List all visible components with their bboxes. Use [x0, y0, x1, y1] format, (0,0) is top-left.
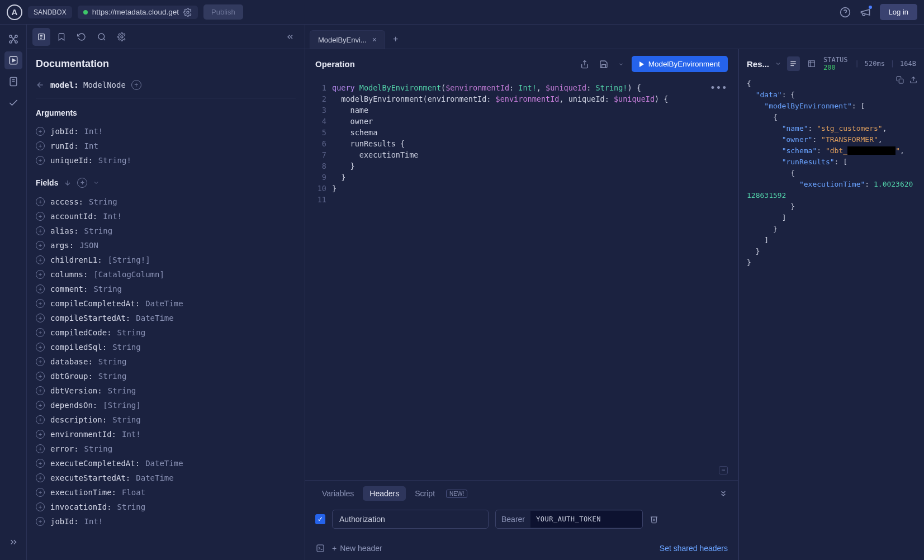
field-item[interactable]: +dbtVersion: String: [36, 383, 296, 398]
docs-icon[interactable]: [4, 73, 22, 91]
add-field-icon[interactable]: +: [36, 401, 45, 410]
add-field-icon[interactable]: +: [36, 386, 45, 395]
add-field-icon[interactable]: +: [36, 430, 45, 439]
dropdown-caret-icon[interactable]: [616, 59, 626, 69]
field-item[interactable]: +access: String: [36, 194, 296, 209]
shared-headers-link[interactable]: Set shared headers: [660, 544, 728, 553]
field-item[interactable]: +environmentId: Int!: [36, 427, 296, 442]
add-field-icon[interactable]: +: [36, 197, 45, 206]
bookmark-tool-icon[interactable]: [53, 28, 70, 46]
response-body[interactable]: { "data": { "modelByEnvironment": [ { "n…: [739, 78, 924, 560]
copy-response-icon[interactable]: [896, 76, 904, 84]
header-enabled-checkbox[interactable]: ✓: [315, 514, 325, 524]
help-icon[interactable]: [840, 7, 851, 18]
run-operation-button[interactable]: ModelByEnvironment: [632, 56, 728, 72]
history-tool-icon[interactable]: [73, 28, 91, 46]
add-field-icon[interactable]: +: [36, 241, 45, 250]
add-field-icon[interactable]: +: [36, 372, 45, 381]
add-field-icon[interactable]: +: [36, 517, 45, 526]
add-field-icon[interactable]: +: [36, 255, 45, 264]
chevron-down-icon[interactable]: [93, 179, 99, 186]
headers-tab[interactable]: Headers: [363, 486, 406, 501]
query-editor[interactable]: 1234567891011 query ModelByEnvironment($…: [305, 79, 738, 480]
announcement-icon[interactable]: [860, 7, 871, 18]
add-field-icon[interactable]: +: [36, 226, 45, 235]
response-expand-icon[interactable]: [775, 60, 781, 67]
expand-rail-icon[interactable]: [4, 533, 22, 551]
field-item[interactable]: +database: String: [36, 354, 296, 369]
field-item[interactable]: +comment: String: [36, 282, 296, 296]
field-item[interactable]: +executeStartedAt: DateTime: [36, 471, 296, 485]
add-field-icon[interactable]: +: [36, 502, 45, 511]
reference-tool-icon[interactable]: [32, 28, 50, 46]
operation-tab[interactable]: ModelByEnvi... ×: [310, 30, 385, 49]
argument-item[interactable]: +jobId: Int!: [36, 124, 296, 139]
download-response-icon[interactable]: [909, 76, 917, 84]
variables-tab[interactable]: Variables: [315, 486, 361, 501]
url-pill[interactable]: https://metadata.cloud.get: [78, 6, 198, 19]
keyboard-icon[interactable]: ⌨: [719, 466, 728, 474]
response-table-view-icon[interactable]: [805, 56, 818, 71]
add-field-icon[interactable]: +: [36, 488, 45, 497]
argument-item[interactable]: +uniqueId: String!: [36, 153, 296, 168]
field-item[interactable]: +compileStartedAt: DateTime: [36, 311, 296, 325]
add-field-icon[interactable]: +: [36, 314, 45, 322]
explorer-icon[interactable]: [4, 51, 22, 69]
search-tool-icon[interactable]: [93, 28, 111, 46]
env-var-icon[interactable]: [315, 543, 325, 553]
add-field-icon[interactable]: +: [36, 415, 45, 424]
add-type-icon[interactable]: +: [131, 80, 141, 90]
field-item[interactable]: +dbtGroup: String: [36, 369, 296, 383]
login-button[interactable]: Log in: [880, 4, 917, 20]
add-field-icon[interactable]: +: [36, 270, 45, 279]
field-item[interactable]: +executionTime: Float: [36, 485, 296, 500]
field-item[interactable]: +args: JSON: [36, 238, 296, 253]
share-icon[interactable]: [578, 58, 591, 71]
add-field-icon[interactable]: +: [36, 343, 45, 352]
header-key-input[interactable]: [332, 510, 489, 529]
field-item[interactable]: +compiledCode: String: [36, 325, 296, 340]
publish-button[interactable]: Publish: [203, 4, 243, 20]
save-collection-icon[interactable]: [597, 58, 610, 71]
schema-icon[interactable]: [4, 30, 22, 48]
add-field-icon[interactable]: +: [36, 299, 45, 308]
field-item[interactable]: +jobId: Int!: [36, 514, 296, 529]
field-item[interactable]: +compiledSql: String: [36, 340, 296, 354]
checks-icon[interactable]: [4, 94, 22, 112]
field-item[interactable]: +compileCompletedAt: DateTime: [36, 296, 296, 311]
new-tab-button[interactable]: +: [387, 30, 404, 49]
field-item[interactable]: +invocationId: String: [36, 500, 296, 514]
sandbox-pill[interactable]: SANDBOX: [28, 6, 72, 18]
response-json-view-icon[interactable]: [787, 56, 800, 71]
add-all-fields-icon[interactable]: +: [77, 178, 87, 188]
field-item[interactable]: +error: String: [36, 442, 296, 456]
close-tab-icon[interactable]: ×: [372, 35, 377, 44]
add-field-icon[interactable]: +: [36, 328, 45, 337]
breadcrumb-type[interactable]: ModelNode: [83, 80, 126, 89]
delete-header-icon[interactable]: [650, 515, 658, 524]
collapse-bottom-icon[interactable]: [719, 489, 728, 498]
new-header-button[interactable]: + New header: [332, 544, 382, 553]
add-field-icon[interactable]: +: [36, 459, 45, 468]
field-item[interactable]: +dependsOn: [String]: [36, 398, 296, 412]
add-field-icon[interactable]: +: [36, 444, 45, 453]
sort-icon[interactable]: [64, 179, 72, 187]
field-item[interactable]: +accountId: Int!: [36, 209, 296, 224]
collapse-docs-icon[interactable]: [281, 28, 299, 46]
settings-tool-icon[interactable]: [113, 28, 131, 46]
add-field-icon[interactable]: +: [36, 212, 45, 221]
add-field-icon[interactable]: +: [36, 284, 45, 293]
field-item[interactable]: +columns: [CatalogColumn]: [36, 267, 296, 282]
script-tab[interactable]: Script: [408, 486, 442, 501]
editor-menu-icon[interactable]: •••: [710, 83, 728, 92]
code-content[interactable]: query ModelByEnvironment($environmentId:…: [332, 79, 738, 480]
field-item[interactable]: +alias: String: [36, 224, 296, 238]
field-item[interactable]: +childrenL1: [String!]: [36, 253, 296, 267]
gear-icon[interactable]: [183, 8, 192, 17]
field-item[interactable]: +executeCompletedAt: DateTime: [36, 456, 296, 471]
field-item[interactable]: +description: String: [36, 412, 296, 427]
bearer-token[interactable]: YOUR_AUTH_TOKEN: [530, 511, 642, 528]
back-arrow-icon[interactable]: [36, 80, 45, 89]
add-field-icon[interactable]: +: [36, 473, 45, 482]
add-field-icon[interactable]: +: [36, 156, 45, 165]
